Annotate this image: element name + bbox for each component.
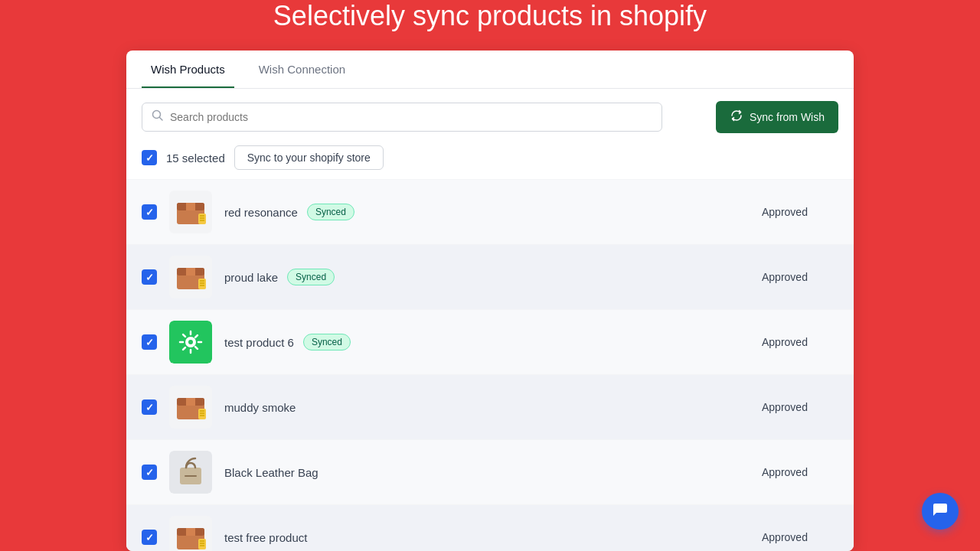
product-info: red resonance Synced xyxy=(224,204,750,220)
product-name: test product 6 xyxy=(224,336,294,349)
svg-rect-36 xyxy=(198,539,206,549)
table-row: test product 6 Synced Approved xyxy=(126,309,854,374)
svg-rect-14 xyxy=(198,279,206,289)
product-info: Black Leather Bag xyxy=(224,466,750,479)
table-row: muddy smoke Approved xyxy=(126,374,854,439)
sync-from-wish-button[interactable]: Sync from Wish xyxy=(716,101,838,133)
tabs-container: Wish Products Wish Connection xyxy=(126,51,854,89)
tab-wish-connection[interactable]: Wish Connection xyxy=(250,51,354,88)
search-input[interactable] xyxy=(170,111,652,123)
svg-rect-25 xyxy=(198,409,206,419)
table-row: red resonance Synced Approved xyxy=(126,179,854,244)
row-checkbox[interactable] xyxy=(142,334,157,350)
product-image xyxy=(169,386,212,429)
product-info: proud lake Synced xyxy=(224,269,750,285)
row-checkbox[interactable] xyxy=(142,204,157,220)
product-image xyxy=(169,451,212,494)
selection-bar: 15 selected Sync to your shopify store xyxy=(126,145,854,179)
row-checkbox[interactable] xyxy=(142,530,157,545)
synced-badge: Synced xyxy=(307,204,354,220)
main-card: Wish Products Wish Connection xyxy=(126,51,854,551)
sync-icon xyxy=(730,109,743,126)
product-image xyxy=(169,256,212,298)
page-title: Selectively sync products in shopify xyxy=(273,0,707,32)
product-list: red resonance Synced Approved proud lake… xyxy=(126,179,854,551)
table-row: Black Leather Bag Approved xyxy=(126,439,854,504)
search-container xyxy=(142,103,662,132)
sync-to-store-button[interactable]: Sync to your shopify store xyxy=(234,145,384,170)
product-status: Approved xyxy=(762,531,838,543)
tab-wish-products[interactable]: Wish Products xyxy=(142,51,234,88)
svg-point-20 xyxy=(188,340,193,344)
selected-count: 15 selected xyxy=(166,152,225,165)
product-info: test free product xyxy=(224,531,750,544)
product-info: test product 6 Synced xyxy=(224,334,750,350)
row-checkbox[interactable] xyxy=(142,465,157,480)
product-status: Approved xyxy=(762,206,838,218)
chat-button[interactable] xyxy=(922,493,959,530)
product-image xyxy=(169,516,212,551)
select-all-checkbox[interactable] xyxy=(142,150,157,165)
svg-line-1 xyxy=(160,118,163,121)
svg-rect-35 xyxy=(186,528,195,536)
row-checkbox[interactable] xyxy=(142,399,157,415)
chat-icon xyxy=(932,500,949,522)
table-row: test free product Approved xyxy=(126,504,854,551)
svg-rect-5 xyxy=(186,203,195,210)
product-image xyxy=(169,321,212,364)
product-name: test free product xyxy=(224,531,307,544)
table-row: proud lake Synced Approved xyxy=(126,244,854,309)
product-image xyxy=(169,191,212,233)
product-info: muddy smoke xyxy=(224,401,750,414)
sync-button-label: Sync from Wish xyxy=(750,111,825,123)
synced-badge: Synced xyxy=(303,334,351,350)
svg-rect-6 xyxy=(198,214,206,224)
product-status: Approved xyxy=(762,271,838,283)
toolbar: Sync from Wish xyxy=(126,89,854,145)
svg-rect-13 xyxy=(186,268,195,276)
svg-rect-31 xyxy=(185,475,197,477)
product-name: red resonance xyxy=(224,206,298,219)
svg-rect-24 xyxy=(186,398,195,406)
product-name: proud lake xyxy=(224,271,278,284)
row-checkbox[interactable] xyxy=(142,269,157,285)
product-name: Black Leather Bag xyxy=(224,466,318,479)
product-name: muddy smoke xyxy=(224,401,296,414)
product-status: Approved xyxy=(762,466,838,478)
synced-badge: Synced xyxy=(287,269,335,285)
product-status: Approved xyxy=(762,336,838,348)
product-status: Approved xyxy=(762,401,838,413)
search-icon xyxy=(152,109,164,125)
